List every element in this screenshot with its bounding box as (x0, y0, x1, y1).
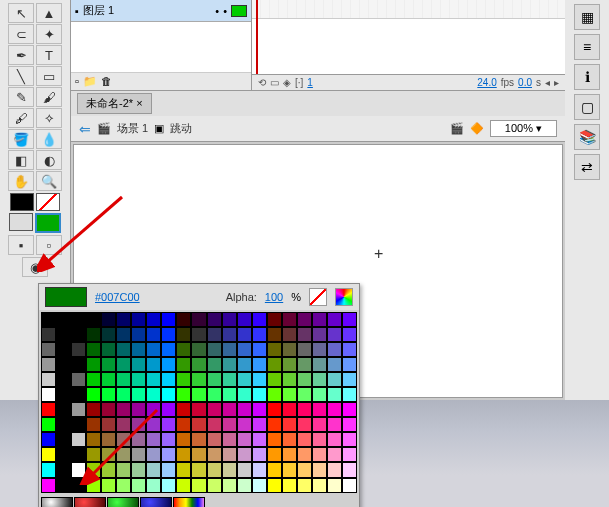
color-cell[interactable] (282, 327, 297, 342)
color-cell[interactable] (86, 342, 101, 357)
color-cell[interactable] (86, 372, 101, 387)
color-cell[interactable] (161, 432, 176, 447)
layer-lock-icon[interactable]: • (223, 5, 227, 17)
color-cell[interactable] (176, 478, 191, 493)
color-cell[interactable] (86, 462, 101, 477)
info-panel-icon[interactable]: ℹ (574, 64, 600, 90)
color-cell[interactable] (342, 462, 357, 477)
pencil-tool-icon[interactable]: ✎ (8, 87, 34, 107)
color-cell[interactable] (56, 312, 71, 327)
color-cell[interactable] (207, 432, 222, 447)
color-cell[interactable] (191, 327, 206, 342)
color-cell[interactable] (101, 402, 116, 417)
color-cell[interactable] (312, 478, 327, 493)
color-cell[interactable] (207, 372, 222, 387)
color-cell[interactable] (237, 357, 252, 372)
color-cell[interactable] (176, 312, 191, 327)
color-cell[interactable] (252, 447, 267, 462)
color-cell[interactable] (297, 447, 312, 462)
rainbow-gradient-swatch[interactable] (173, 497, 205, 507)
color-cell[interactable] (297, 402, 312, 417)
color-cell[interactable] (176, 342, 191, 357)
color-cell[interactable] (207, 447, 222, 462)
color-cell[interactable] (222, 402, 237, 417)
color-cell[interactable] (176, 327, 191, 342)
no-color-icon[interactable] (309, 288, 327, 306)
color-cell[interactable] (207, 402, 222, 417)
color-cell[interactable] (252, 342, 267, 357)
color-cell[interactable] (282, 402, 297, 417)
swap-colors-icon[interactable] (9, 213, 33, 231)
color-cell[interactable] (56, 342, 71, 357)
color-cell[interactable] (86, 402, 101, 417)
color-cell[interactable] (222, 432, 237, 447)
color-cell[interactable] (267, 357, 282, 372)
back-icon[interactable]: ⇐ (79, 121, 91, 137)
color-cell[interactable] (101, 372, 116, 387)
color-cell[interactable] (327, 447, 342, 462)
color-cell[interactable] (41, 387, 56, 402)
zoom-dropdown[interactable]: 100% ▾ (490, 120, 557, 137)
color-cell[interactable] (146, 402, 161, 417)
subselect-tool-icon[interactable]: ▲ (36, 3, 62, 23)
color-cell[interactable] (41, 312, 56, 327)
edit-scene-icon[interactable]: 🎬 (450, 122, 464, 135)
color-cell[interactable] (116, 432, 131, 447)
document-tab[interactable]: 未命名-2* × (77, 93, 152, 114)
color-cell[interactable] (41, 432, 56, 447)
color-cell[interactable] (297, 432, 312, 447)
color-cell[interactable] (252, 402, 267, 417)
color-cell[interactable] (86, 447, 101, 462)
color-cell[interactable] (191, 372, 206, 387)
color-cell[interactable] (146, 327, 161, 342)
color-cell[interactable] (222, 447, 237, 462)
color-cell[interactable] (207, 342, 222, 357)
radial-gradient-swatch[interactable] (41, 497, 73, 507)
color-cell[interactable] (71, 357, 86, 372)
color-cell[interactable] (71, 372, 86, 387)
scroll-right-icon[interactable]: ▸ (554, 77, 559, 88)
color-cell[interactable] (101, 387, 116, 402)
color-cell[interactable] (161, 342, 176, 357)
color-cell[interactable] (131, 432, 146, 447)
color-cell[interactable] (176, 462, 191, 477)
color-cell[interactable] (101, 327, 116, 342)
color-cell[interactable] (327, 432, 342, 447)
edit-symbol-icon[interactable]: 🔶 (470, 122, 484, 135)
color-cell[interactable] (267, 432, 282, 447)
color-cell[interactable] (222, 387, 237, 402)
color-cell[interactable] (86, 357, 101, 372)
pen-tool-icon[interactable]: ✒ (8, 45, 34, 65)
alpha-value[interactable]: 100 (265, 291, 283, 303)
color-cell[interactable] (56, 372, 71, 387)
color-cell[interactable] (327, 387, 342, 402)
bucket-tool-icon[interactable]: 🪣 (8, 129, 34, 149)
scroll-left-icon[interactable]: ◂ (545, 77, 550, 88)
wand-tool-icon[interactable]: ✦ (36, 24, 62, 44)
color-cell[interactable] (252, 387, 267, 402)
color-cell[interactable] (237, 387, 252, 402)
color-cell[interactable] (222, 462, 237, 477)
color-cell[interactable] (101, 432, 116, 447)
color-cell[interactable] (191, 402, 206, 417)
color-cell[interactable] (207, 312, 222, 327)
color-cell[interactable] (131, 402, 146, 417)
color-cell[interactable] (71, 402, 86, 417)
color-cell[interactable] (282, 372, 297, 387)
color-cell[interactable] (56, 387, 71, 402)
layer-visibility-icon[interactable]: • (215, 5, 219, 17)
color-cell[interactable] (327, 478, 342, 493)
transform-tool-icon[interactable]: ◐ (36, 150, 62, 170)
color-cell[interactable] (116, 402, 131, 417)
color-cell[interactable] (297, 478, 312, 493)
fps-value[interactable]: 24.0 (477, 77, 496, 88)
color-cell[interactable] (161, 357, 176, 372)
color-cell[interactable] (267, 312, 282, 327)
color-cell[interactable] (176, 387, 191, 402)
color-cell[interactable] (252, 327, 267, 342)
color-cell[interactable] (191, 478, 206, 493)
color-cell[interactable] (101, 342, 116, 357)
color-cell[interactable] (116, 417, 131, 432)
swatches-panel-icon[interactable]: ▦ (574, 4, 600, 30)
color-cell[interactable] (146, 447, 161, 462)
